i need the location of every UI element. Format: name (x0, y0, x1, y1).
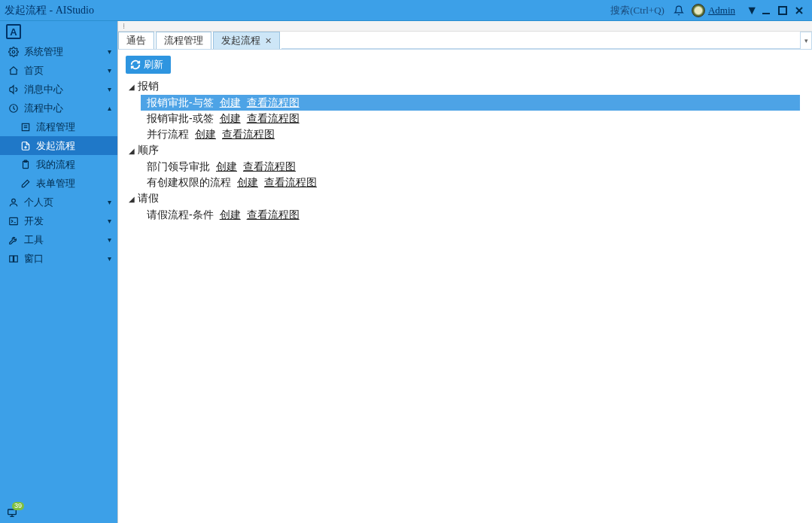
tree-group-0[interactable]: ◢报销 (126, 78, 804, 95)
sidebar-label: 消息中心 (24, 83, 108, 96)
wrench-icon (8, 235, 20, 245)
row-label: 报销审批-或签 (147, 112, 214, 126)
sidebar-label: 工具 (24, 233, 108, 247)
sidebar-label: 发起流程 (36, 139, 111, 153)
view-link[interactable]: 查看流程图 (264, 176, 317, 190)
triangle-icon: ◢ (129, 83, 138, 91)
pin-icon[interactable]: ▼ (741, 3, 758, 18)
create-link[interactable]: 创建 (220, 96, 241, 110)
tab-0[interactable]: 通告 (118, 32, 154, 49)
view-link[interactable]: 查看流程图 (222, 128, 275, 141)
body: A 系统管理▾首页▾消息中心▾流程中心▴流程管理发起流程我的流程表单管理个人页▾… (0, 21, 812, 523)
chevron-icon: ▾ (108, 236, 111, 244)
svg-point-4 (12, 50, 15, 53)
create-link[interactable]: 创建 (220, 208, 241, 222)
status-count: 39 (12, 502, 24, 510)
chevron-icon: ▾ (108, 198, 111, 206)
minimize-button[interactable] (758, 3, 774, 18)
avatar[interactable] (692, 4, 705, 17)
sidebar-label: 个人页 (24, 196, 108, 209)
sidebar-item-7[interactable]: 表单管理 (0, 174, 117, 193)
tree-row[interactable]: 部门领导审批创建查看流程图 (126, 159, 804, 175)
sidebar-label: 窗口 (24, 252, 108, 266)
refresh-button[interactable]: 刷新 (126, 56, 171, 74)
close-button[interactable] (791, 3, 807, 18)
sidebar-item-0[interactable]: 系统管理▾ (0, 42, 117, 61)
sidebar-label: 开发 (24, 214, 108, 228)
refresh-icon (130, 59, 141, 70)
view-link[interactable]: 查看流程图 (247, 96, 300, 110)
view-link[interactable]: 查看流程图 (247, 208, 300, 222)
sidebar-label: 流程管理 (36, 120, 111, 134)
chevron-icon: ▾ (108, 217, 111, 225)
sidebar-item-4[interactable]: 流程管理 (0, 117, 117, 136)
row-label: 请假流程-条件 (147, 208, 214, 222)
tab-1[interactable]: 流程管理 (156, 32, 211, 49)
statusbar: 39 (0, 502, 117, 523)
sidebar-label: 表单管理 (36, 177, 111, 190)
user-name[interactable]: Admin (708, 5, 735, 17)
svg-rect-14 (10, 217, 18, 224)
home-icon (8, 65, 20, 76)
window-icon (8, 254, 20, 264)
triangle-icon: ◢ (129, 147, 138, 155)
row-label: 部门领导审批 (147, 160, 210, 174)
sidebar-item-2[interactable]: 消息中心▾ (0, 80, 117, 99)
tree-row[interactable]: 有创建权限的流程创建查看流程图 (126, 175, 804, 190)
create-link[interactable]: 创建 (220, 112, 241, 126)
user-icon (8, 197, 20, 208)
tree: ◢报销报销审批-与签创建查看流程图报销审批-或签创建查看流程图并行流程创建查看流… (126, 78, 804, 223)
triangle-icon: ◢ (129, 195, 138, 203)
sidebar-item-8[interactable]: 个人页▾ (0, 193, 117, 211)
logo[interactable]: A (0, 21, 117, 42)
refresh-label: 刷新 (144, 58, 163, 71)
chevron-icon: ▾ (108, 85, 111, 93)
bell-icon[interactable] (674, 5, 684, 16)
tree-row[interactable]: 并行流程创建查看流程图 (126, 126, 804, 142)
sidebar-item-11[interactable]: 窗口▾ (0, 249, 117, 268)
sidebar-item-10[interactable]: 工具▾ (0, 230, 117, 249)
create-link[interactable]: 创建 (216, 160, 237, 174)
tree-row[interactable]: 请假流程-条件创建查看流程图 (126, 207, 804, 223)
view-link[interactable]: 查看流程图 (243, 160, 296, 174)
sidebar-item-1[interactable]: 首页▾ (0, 61, 117, 80)
gear-icon (8, 47, 20, 57)
tree-group-1[interactable]: ◢顺序 (126, 142, 804, 159)
svg-rect-16 (14, 255, 18, 261)
chevron-icon: ▾ (108, 254, 111, 263)
tab-label: 通告 (126, 34, 146, 47)
create-link[interactable]: 创建 (195, 128, 216, 141)
tree-group-2[interactable]: ◢请假 (126, 190, 804, 207)
tab-label: 发起流程 (221, 34, 260, 47)
tab-2[interactable]: 发起流程✕ (213, 32, 280, 49)
tree-row[interactable]: 报销审批-或签创建查看流程图 (126, 111, 804, 126)
close-icon[interactable]: ✕ (265, 36, 272, 46)
edit-icon (20, 178, 32, 189)
sidebar-label: 我的流程 (36, 158, 111, 172)
nav: 系统管理▾首页▾消息中心▾流程中心▴流程管理发起流程我的流程表单管理个人页▾开发… (0, 42, 117, 502)
file-plus-icon (20, 141, 32, 151)
create-link[interactable]: 创建 (237, 176, 258, 190)
sidebar-item-6[interactable]: 我的流程 (0, 155, 117, 174)
sidebar-label: 流程中心 (24, 102, 108, 115)
sidebar-label: 系统管理 (24, 45, 108, 59)
status-icon[interactable]: 39 (6, 506, 18, 518)
tree-row[interactable]: 报销审批-与签创建查看流程图 (141, 95, 800, 111)
maximize-button[interactable] (774, 3, 791, 18)
tabs-dropdown[interactable]: ▾ (800, 32, 812, 49)
tabs: 通告流程管理发起流程✕▾ (118, 32, 812, 50)
sidebar: A 系统管理▾首页▾消息中心▾流程中心▴流程管理发起流程我的流程表单管理个人页▾… (0, 21, 117, 523)
app-window: 发起流程 - AIStudio 搜索(Ctrl+Q) Admin ▼ A 系统管… (0, 0, 812, 523)
sidebar-item-5[interactable]: 发起流程 (0, 136, 117, 155)
terminal-icon (8, 216, 20, 227)
sidebar-item-3[interactable]: 流程中心▴ (0, 99, 117, 117)
sidebar-item-9[interactable]: 开发▾ (0, 211, 117, 230)
svg-rect-1 (779, 7, 786, 14)
search-hint[interactable]: 搜索(Ctrl+Q) (610, 4, 665, 17)
window-title: 发起流程 - AIStudio (5, 4, 94, 17)
view-link[interactable]: 查看流程图 (247, 112, 300, 126)
megaphone-icon (8, 84, 20, 95)
group-label: 报销 (138, 80, 159, 93)
group-label: 顺序 (138, 144, 159, 157)
chevron-icon: ▾ (108, 66, 111, 74)
